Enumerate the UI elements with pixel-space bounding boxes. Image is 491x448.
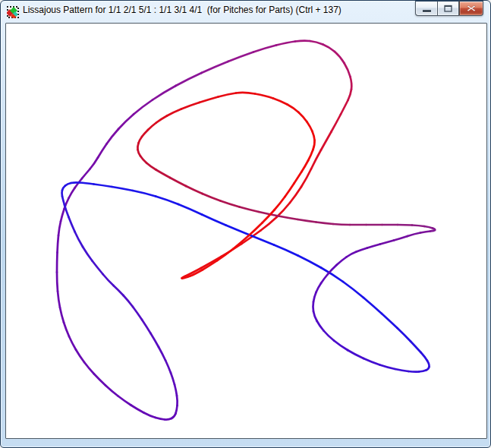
close-icon: [467, 5, 476, 12]
minimize-icon: [423, 10, 431, 12]
window-title: Lissajous Pattern for 1/1 2/1 5/1 : 1/1 …: [23, 5, 341, 19]
window-controls: [415, 1, 483, 16]
close-button[interactable]: [459, 1, 483, 16]
app-window: Lissajous Pattern for 1/1 2/1 5/1 : 1/1 …: [0, 0, 491, 448]
minimize-button[interactable]: [415, 1, 437, 16]
maximize-button[interactable]: [437, 1, 459, 16]
maximize-icon: [444, 5, 452, 12]
app-icon[interactable]: [7, 6, 19, 18]
drawing-area: [5, 23, 487, 439]
lissajous-curve-canvas: [6, 24, 486, 438]
